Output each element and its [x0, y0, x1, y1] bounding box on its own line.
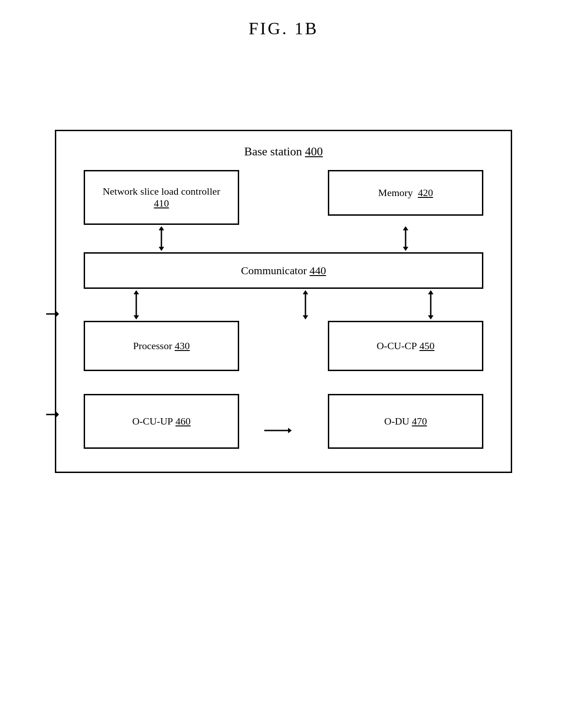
svg-marker-17 — [428, 290, 433, 294]
figure-title: FIG. 1B — [249, 18, 319, 38]
svg-marker-9 — [403, 247, 408, 251]
svg-marker-3 — [56, 412, 59, 417]
processor-number: 430 — [175, 340, 190, 352]
middle-row: Processor 430 O-CU-CP 450 — [75, 321, 492, 371]
base-station-text: Base station — [244, 145, 302, 158]
odu-left-arrow-icon — [264, 426, 292, 435]
svg-marker-20 — [288, 428, 292, 433]
svg-marker-12 — [134, 315, 139, 319]
ocucp-box: O-CU-CP 450 — [328, 321, 483, 371]
memory-number: 420 — [418, 187, 433, 198]
comm-proc-arrow — [129, 289, 143, 321]
ocucp-number: 450 — [419, 340, 434, 352]
bottom-row: O-CU-UP 460 O-DU 470 — [75, 394, 492, 449]
communicator-number: 440 — [310, 265, 326, 277]
comm-ocucp-arrow — [424, 289, 438, 321]
processor-label: Processor — [133, 340, 172, 352]
nslc-label: Network slice load controller — [102, 186, 220, 197]
svg-marker-5 — [159, 226, 164, 230]
arrows-row-2 — [75, 289, 492, 321]
nslc-comm-arrow-icon — [155, 225, 168, 252]
ocuup-box: O-CU-UP 460 — [84, 394, 239, 449]
memory-comm-arrow-icon — [399, 225, 412, 252]
base-station-label: Base station 400 — [75, 145, 492, 159]
memory-label: Memory — [378, 187, 413, 198]
odu-label: O-DU — [384, 415, 409, 427]
odu-number: 470 — [412, 415, 427, 427]
ocuup-label: O-CU-UP — [132, 415, 173, 427]
communicator-box: Communicator 440 — [84, 252, 483, 289]
communicator-label: Communicator — [241, 265, 307, 277]
base-station-number: 400 — [305, 145, 323, 158]
processor-box: Processor 430 — [84, 321, 239, 371]
nslc-number: 410 — [154, 197, 169, 209]
svg-marker-6 — [159, 247, 164, 251]
nslc-box: Network slice load controller 410 — [84, 170, 239, 225]
svg-marker-18 — [428, 315, 433, 319]
left-arrow-communicator-icon — [46, 300, 58, 328]
ocucp-label: O-CU-CP — [377, 340, 417, 352]
svg-marker-15 — [303, 315, 308, 319]
svg-marker-11 — [134, 290, 139, 294]
memory-comm-arrow — [328, 225, 483, 252]
diagram-container: Base station 400 Network slice load cont… — [55, 130, 512, 473]
left-arrow-ocuup-icon — [46, 401, 58, 428]
communicator-row: Communicator 440 — [75, 252, 492, 289]
top-row: Network slice load controller 410 Memory… — [75, 170, 492, 225]
spacer — [75, 371, 492, 394]
svg-marker-8 — [403, 226, 408, 230]
arrows-row-1 — [75, 225, 492, 252]
comm-ocucp-arrow-icon — [424, 289, 438, 321]
svg-marker-1 — [56, 311, 59, 317]
svg-marker-14 — [303, 290, 308, 294]
nslc-comm-arrow — [84, 225, 239, 252]
page: FIG. 1B Base station 400 Network slice l… — [0, 0, 567, 728]
odu-box: O-DU 470 — [328, 394, 483, 449]
comm-mid-arrow-icon — [299, 289, 312, 321]
comm-proc-arrow-icon — [129, 289, 143, 321]
ocuup-number: 460 — [176, 415, 191, 427]
memory-box: Memory 420 — [328, 170, 483, 216]
comm-mid-arrow — [299, 289, 312, 321]
